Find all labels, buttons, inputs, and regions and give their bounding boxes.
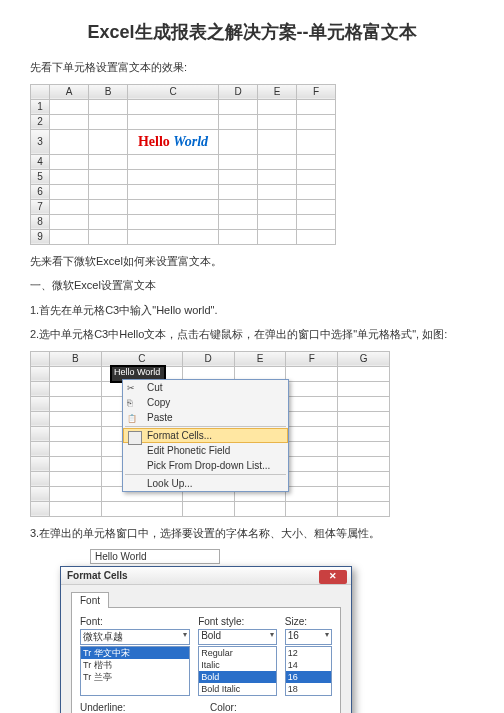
col-header: C: [128, 84, 219, 99]
dialog-titlebar: Format Cells ✕: [61, 567, 351, 585]
format-cells-dialog: Format Cells ✕ Font Font: 微软卓越 Tr 华文中宋 T…: [60, 566, 352, 713]
menu-cut[interactable]: Cut: [123, 380, 288, 395]
context-menu: Cut Copy Paste Format Cells... Edit Phon…: [122, 379, 289, 492]
underline-label: Underline:: [80, 702, 202, 713]
style-list[interactable]: Regular Italic Bold Bold Italic: [198, 646, 277, 696]
font-list[interactable]: Tr 华文中宋 Tr 楷书 Tr 兰亭: [80, 646, 190, 696]
rich-text-cell: Hello World: [128, 129, 219, 154]
close-button[interactable]: ✕: [319, 570, 347, 584]
size-input[interactable]: 16: [285, 629, 332, 645]
menu-format-cells[interactable]: Format Cells...: [123, 428, 288, 443]
size-list[interactable]: 12 14 16 18: [285, 646, 332, 696]
col-header: B: [89, 84, 128, 99]
paragraph: 3.在弹出的单元格窗口中，选择要设置的字体名称、大小、粗体等属性。: [30, 525, 474, 542]
intro-text: 先看下单元格设置富文本的效果:: [30, 59, 474, 76]
cut-icon: [127, 382, 139, 394]
page-title: Excel生成报表之解决方案--单元格富文本: [30, 20, 474, 44]
col-header: D: [219, 84, 258, 99]
col-header: F: [297, 84, 336, 99]
col-header: A: [50, 84, 89, 99]
copy-icon: [127, 397, 139, 409]
paragraph: 先来看下微软Excel如何来设置富文本。: [30, 253, 474, 270]
color-label: Color:: [210, 702, 332, 713]
menu-copy[interactable]: Copy: [123, 395, 288, 410]
col-header: E: [258, 84, 297, 99]
style-label: Font style:: [198, 616, 277, 627]
menu-paste[interactable]: Paste: [123, 410, 288, 425]
font-input[interactable]: 微软卓越: [80, 629, 190, 645]
tab-font[interactable]: Font: [71, 592, 109, 608]
menu-lookup[interactable]: Look Up...: [123, 476, 288, 491]
paragraph: 1.首先在单元格C3中输入"Hello world".: [30, 302, 474, 319]
formula-bar: Hello World: [90, 549, 220, 564]
menu-pick-list[interactable]: Pick From Drop-down List...: [123, 458, 288, 473]
paste-icon: [127, 412, 139, 424]
style-input[interactable]: Bold: [198, 629, 277, 645]
paragraph: 2.选中单元格C3中Hello文本，点击右键鼠标，在弹出的窗口中选择"单元格格式…: [30, 326, 474, 343]
size-label: Size:: [285, 616, 332, 627]
paragraph: 一、微软Excel设置富文本: [30, 277, 474, 294]
menu-phonetic[interactable]: Edit Phonetic Field: [123, 443, 288, 458]
spreadsheet-preview-1: A B C D E F 1 2 3 Hello World 4 5 6 7 8 …: [30, 84, 336, 245]
font-label: Font:: [80, 616, 190, 627]
